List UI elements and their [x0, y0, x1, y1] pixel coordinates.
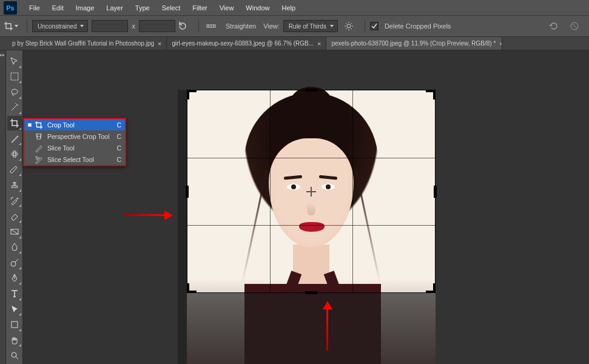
- shape-tool[interactable]: [7, 317, 22, 332]
- crop-dim-overlay: [187, 293, 436, 364]
- svg-point-1: [347, 24, 351, 28]
- slice-icon: [34, 143, 44, 153]
- move-tool[interactable]: [7, 54, 22, 69]
- marquee-tool[interactable]: [7, 70, 22, 84]
- dodge-tool[interactable]: [7, 255, 22, 270]
- brush-tool[interactable]: [7, 163, 22, 177]
- crop-grid-line: [187, 225, 435, 226]
- flyout-label: Crop Tool: [47, 121, 75, 129]
- document-tabs: p by Step Brick Wall Graffiti Tutorial i…: [0, 37, 589, 50]
- gradient-tool[interactable]: [7, 224, 22, 239]
- flyout-item-perspective-crop[interactable]: Perspective Crop Tool C: [24, 130, 125, 142]
- close-icon[interactable]: ×: [317, 40, 321, 47]
- reset-crop-icon[interactable]: [547, 19, 561, 33]
- straighten-label[interactable]: Straighten: [226, 22, 256, 30]
- flyout-label: Slice Select Tool: [47, 156, 94, 163]
- menu-filter[interactable]: Filter: [186, 2, 213, 14]
- slice-select-icon: [34, 155, 44, 164]
- svg-point-9: [12, 352, 16, 357]
- eraser-tool[interactable]: [7, 209, 22, 223]
- crop-handle-left[interactable]: [186, 186, 189, 198]
- close-icon[interactable]: ×: [158, 40, 161, 47]
- crop-handle-top[interactable]: [305, 89, 317, 92]
- svg-rect-8: [12, 322, 18, 328]
- crop-tool-indicator-icon[interactable]: [4, 19, 18, 33]
- crop-icon: [34, 120, 44, 130]
- aspect-ratio-dropdown[interactable]: Unconstrained: [32, 20, 88, 32]
- type-tool[interactable]: [7, 286, 22, 301]
- flyout-item-crop[interactable]: Crop Tool C: [24, 119, 125, 130]
- menu-select[interactable]: Select: [156, 2, 187, 14]
- crop-tool[interactable]: [7, 116, 22, 130]
- flyout-item-slice[interactable]: Slice Tool C: [24, 142, 125, 153]
- crop-options-gear-icon[interactable]: [342, 19, 356, 33]
- menu-help[interactable]: Help: [275, 2, 301, 14]
- flyout-item-slice-select[interactable]: Slice Select Tool C: [24, 153, 125, 165]
- crop-handle-top-left[interactable]: [187, 90, 197, 99]
- close-icon[interactable]: ×: [499, 40, 502, 47]
- clone-stamp-tool[interactable]: [7, 178, 22, 192]
- delete-cropped-label[interactable]: Delete Cropped Pixels: [385, 22, 451, 30]
- eyedropper-tool[interactable]: [7, 132, 22, 146]
- divider: [198, 19, 199, 33]
- options-bar: Unconstrained x Straighten View: Rule of…: [0, 15, 589, 37]
- annotation-arrow-icon: [326, 308, 328, 351]
- crop-dim-overlay: [178, 90, 187, 364]
- hand-tool[interactable]: [7, 333, 22, 348]
- panel-gutter[interactable]: [0, 50, 6, 364]
- menu-view[interactable]: View: [214, 2, 240, 14]
- cancel-crop-icon[interactable]: [567, 19, 582, 33]
- flyout-label: Perspective Crop Tool: [47, 133, 110, 140]
- crop-handle-bottom[interactable]: [305, 291, 317, 294]
- divider: [27, 19, 27, 33]
- straighten-icon[interactable]: [204, 19, 218, 33]
- path-selection-tool[interactable]: [7, 302, 22, 317]
- crop-handle-bottom-left[interactable]: [187, 283, 197, 293]
- menu-layer[interactable]: Layer: [100, 2, 129, 14]
- menu-image[interactable]: Image: [70, 2, 101, 14]
- flyout-shortcut: C: [116, 156, 121, 163]
- flyout-shortcut: C: [116, 144, 121, 152]
- blur-tool[interactable]: [7, 240, 22, 255]
- perspective-crop-icon: [34, 132, 44, 141]
- lasso-tool[interactable]: [7, 85, 22, 99]
- crop-center-icon: [306, 187, 316, 197]
- crop-width-input[interactable]: [92, 20, 128, 32]
- overlay-dropdown[interactable]: Rule of Thirds: [283, 20, 338, 32]
- tab-label: girl-eyes-makeup-sexy-60883.jpeg @ 66.7%…: [172, 40, 314, 47]
- crop-grid-line: [270, 90, 271, 292]
- view-label: View:: [263, 22, 280, 30]
- document-tab[interactable]: pexels-photo-638700.jpeg @ 11.9% (Crop P…: [326, 37, 502, 50]
- crop-handle-bottom-right[interactable]: [426, 283, 436, 293]
- flyout-shortcut: C: [116, 133, 121, 140]
- selection-indicator-icon: [28, 146, 32, 150]
- document-canvas[interactable]: [187, 90, 436, 364]
- selection-indicator-icon: [28, 123, 32, 127]
- canvas-area[interactable]: [23, 50, 589, 364]
- crop-handle-right[interactable]: [434, 186, 437, 198]
- healing-brush-tool[interactable]: [7, 147, 22, 161]
- svg-rect-5: [12, 153, 18, 155]
- reset-ratio-icon[interactable]: [175, 19, 190, 33]
- crop-boundary[interactable]: [187, 90, 436, 293]
- menu-file[interactable]: File: [23, 2, 46, 14]
- magic-wand-tool[interactable]: [7, 101, 22, 115]
- history-brush-tool[interactable]: [7, 194, 22, 208]
- tools-panel: [6, 50, 23, 364]
- flyout-shortcut: C: [116, 121, 121, 129]
- document-tab[interactable]: p by Step Brick Wall Graffiti Tutorial i…: [7, 37, 167, 50]
- tab-label: pexels-photo-638700.jpeg @ 11.9% (Crop P…: [331, 40, 496, 47]
- document-tab[interactable]: girl-eyes-makeup-sexy-60883.jpeg @ 66.7%…: [167, 37, 326, 50]
- menu-type[interactable]: Type: [129, 2, 156, 14]
- flyout-label: Slice Tool: [47, 144, 75, 152]
- menu-bar: Ps File Edit Image Layer Type Select Fil…: [0, 0, 589, 15]
- selection-indicator-icon: [28, 135, 32, 138]
- menu-window[interactable]: Window: [240, 2, 275, 14]
- crop-grid-line: [187, 158, 435, 158]
- pen-tool[interactable]: [7, 271, 22, 286]
- menu-edit[interactable]: Edit: [46, 2, 70, 14]
- zoom-tool[interactable]: [7, 348, 22, 363]
- crop-handle-top-right[interactable]: [426, 90, 436, 99]
- crop-height-input[interactable]: [139, 20, 175, 32]
- delete-cropped-checkbox[interactable]: [370, 22, 379, 30]
